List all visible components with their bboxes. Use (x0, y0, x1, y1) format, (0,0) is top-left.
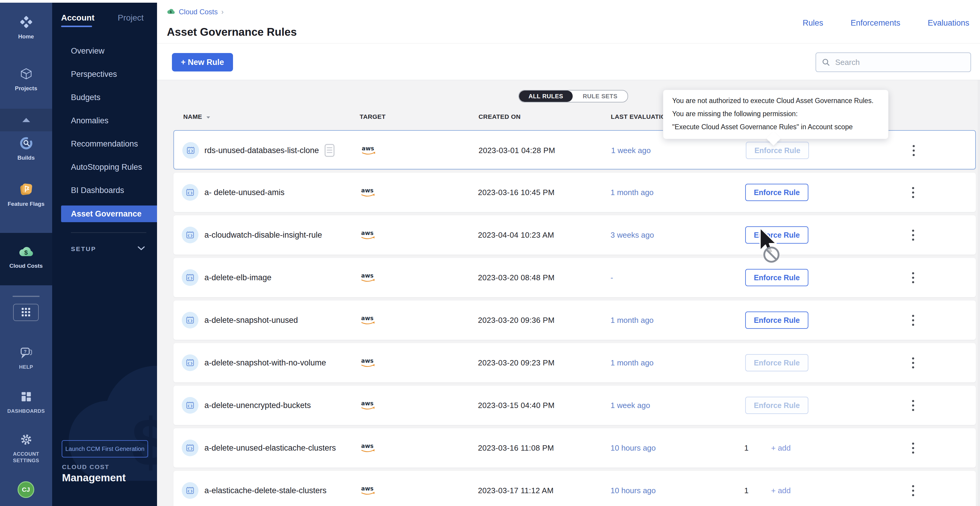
svg-text:aws: aws (361, 230, 374, 236)
rail-item-cloud-costs[interactable]: $ Cloud Costs (0, 244, 52, 269)
toggle-rule-sets[interactable]: RULE SETS (573, 90, 627, 102)
add-enforcement-link[interactable]: + add (771, 428, 791, 468)
column-header-created-on: CREATED ON (479, 113, 520, 120)
last-evaluation-value: - (611, 258, 613, 297)
last-evaluation-value: 1 month ago (611, 173, 654, 212)
search-input[interactable] (816, 52, 971, 72)
toggle-all-rules[interactable]: ALL RULES (519, 90, 573, 102)
rule-icon (182, 142, 199, 159)
header-link-enforcements[interactable]: Enforcements (851, 19, 900, 28)
module-rail: Home Projects Builds Feature Flags $ Clo… (0, 0, 52, 506)
table-row[interactable]: a- delete-unused-amis aws 2023-03-16 10:… (173, 173, 976, 212)
enforce-rule-button[interactable]: Enforce Rule (745, 311, 808, 329)
table-row[interactable]: a-cloudwatch-disable-insight-rule aws 20… (173, 215, 976, 255)
rules-content: ALL RULES RULE SETS NAME TARGET CREATED … (157, 80, 980, 506)
table-row[interactable]: a-delete-elb-image aws 2023-03-20 08:48 … (173, 258, 976, 297)
launch-ccm-first-gen-button[interactable]: Launch CCM First Generation (62, 440, 148, 457)
sidebar-item-overview[interactable]: Overview (61, 43, 157, 59)
breadcrumb-cloud-costs[interactable]: Cloud Costs (179, 8, 218, 16)
rail-item-projects[interactable]: Projects (0, 66, 52, 92)
rail-item-dashboards[interactable]: DASHBOARDS (0, 389, 52, 414)
created-on-value: 2023-04-04 10:23 AM (478, 215, 554, 255)
rule-icon (182, 184, 199, 201)
sidebar-item-asset-governance[interactable]: Asset Governance (61, 206, 157, 222)
row-menu-button[interactable] (907, 173, 919, 212)
cloud-costs-icon: $ (167, 8, 175, 16)
window-top-edge (0, 0, 980, 3)
aws-logo-icon: aws (361, 315, 377, 327)
row-menu-button[interactable] (908, 131, 920, 170)
rules-view-toggle: ALL RULES RULE SETS (519, 90, 628, 102)
rail-item-account-settings[interactable]: ACCOUNT SETTINGS (0, 432, 52, 464)
sidebar-item-perspectives[interactable]: Perspectives (61, 66, 157, 82)
last-evaluation-value: 10 hours ago (611, 428, 656, 468)
enforce-rule-button[interactable]: Enforce Rule (745, 269, 808, 286)
svg-text:aws: aws (361, 485, 374, 492)
last-evaluation-value: 1 week ago (611, 131, 651, 170)
table-row[interactable]: a-elasticache-delete-stale-clusters aws … (173, 471, 976, 506)
header-link-evaluations[interactable]: Evaluations (928, 19, 969, 28)
sidebar-item-budgets[interactable]: Budgets (61, 89, 157, 106)
add-enforcement-link[interactable]: + add (771, 471, 791, 506)
enforcement-count: 1 (740, 471, 753, 506)
svg-text:$: $ (170, 10, 172, 14)
row-menu-button[interactable] (907, 386, 919, 425)
sidebar-item-autostopping-rules[interactable]: AutoStopping Rules (61, 159, 157, 175)
table-row[interactable]: a-delete-snapshot-with-no-volume aws 202… (173, 343, 976, 382)
svg-text:$: $ (24, 249, 28, 256)
copy-icon[interactable] (324, 144, 336, 157)
sidebar-item-recommendations[interactable]: Recommendations (61, 135, 157, 152)
name-header-label: NAME (183, 113, 202, 120)
created-on-value: 2023-03-17 11:12 AM (478, 471, 554, 506)
rail-item-builds[interactable]: Builds (0, 135, 52, 161)
setup-section-toggle[interactable]: SETUP (71, 241, 145, 257)
user-avatar[interactable]: CJ (18, 481, 34, 498)
enforce-rule-button[interactable]: Enforce Rule (746, 142, 809, 159)
last-evaluation-value: 10 hours ago (611, 471, 656, 506)
rule-icon (182, 439, 199, 456)
table-row[interactable]: a-delete-unused-elasticache-clusters aws… (173, 428, 976, 468)
rule-icon (182, 227, 199, 243)
scrollbar-track[interactable] (978, 80, 980, 506)
last-evaluation-value: 1 week ago (611, 386, 650, 425)
rail-item-feature-flags[interactable]: Feature Flags (0, 182, 52, 207)
enforce-rule-button[interactable]: Enforce Rule (745, 354, 808, 371)
row-menu-button[interactable] (907, 428, 919, 468)
row-menu-button[interactable] (907, 215, 919, 255)
new-rule-button[interactable]: + New Rule (172, 53, 233, 71)
rule-name: a-delete-unused-elasticache-clusters (204, 428, 336, 468)
rail-item-help[interactable]: ? HELP (0, 345, 52, 371)
table-row[interactable]: a-delete-unencrypted-buckets aws 2023-03… (173, 386, 976, 425)
aws-logo-icon: aws (361, 357, 377, 369)
svg-text:aws: aws (361, 315, 374, 321)
sidebar-item-anomalies[interactable]: Anomalies (61, 112, 157, 129)
module-launcher-button[interactable] (13, 304, 39, 321)
rail-scroll-up[interactable] (0, 109, 52, 131)
row-menu-button[interactable] (907, 258, 919, 297)
rail-item-home[interactable]: Home (0, 14, 52, 40)
row-menu-button[interactable] (907, 471, 919, 506)
rule-name: a- delete-unused-amis (204, 173, 285, 212)
row-menu-button[interactable] (907, 300, 919, 340)
grid-9-icon (21, 307, 31, 318)
header-link-rules[interactable]: Rules (803, 19, 823, 28)
rule-name: a-delete-elb-image (204, 258, 272, 297)
aws-logo-icon: aws (361, 485, 377, 497)
row-menu-button[interactable] (907, 343, 919, 382)
aws-logo-icon: aws (361, 187, 377, 199)
sort-caret-icon (206, 113, 210, 120)
svg-text:aws: aws (361, 272, 374, 279)
created-on-value: 2023-03-01 04:28 PM (479, 131, 555, 170)
search-box (816, 52, 971, 72)
column-header-name[interactable]: NAME (183, 113, 210, 120)
enforce-rule-button[interactable]: Enforce Rule (745, 397, 808, 414)
enforce-rule-button[interactable]: Enforce Rule (745, 184, 808, 201)
rule-icon (182, 397, 199, 414)
last-evaluation-value: 1 month ago (611, 300, 654, 340)
setup-label: SETUP (71, 246, 96, 252)
last-evaluation-value: 3 weeks ago (611, 215, 654, 255)
sidebar-item-bi-dashboards[interactable]: BI Dashboards (61, 182, 157, 199)
enforce-rule-button[interactable]: Enforce Rule (745, 226, 808, 244)
created-on-value: 2023-03-15 04:40 PM (478, 386, 555, 425)
table-row[interactable]: a-delete-snapshot-unused aws 2023-03-20 … (173, 300, 976, 340)
